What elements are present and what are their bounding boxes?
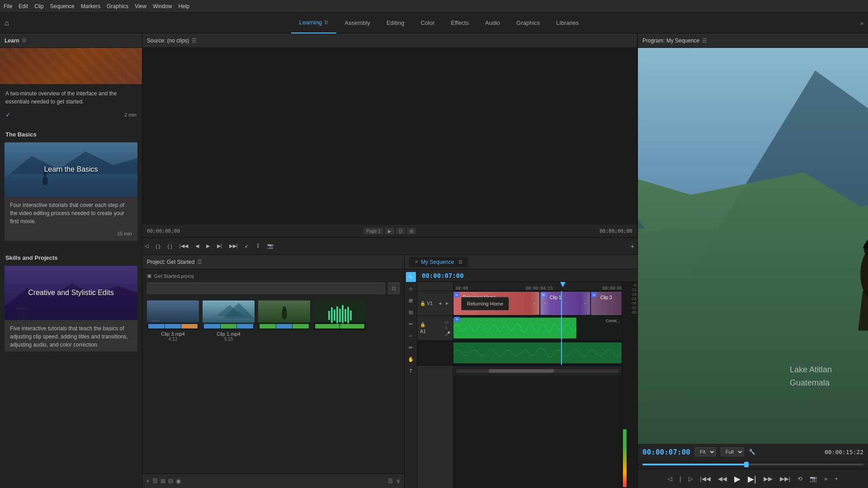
tab-assembly[interactable]: Assembly [336,13,378,33]
tab-color[interactable]: Color [412,13,443,33]
zoom-btn[interactable]: ⊞ [407,228,416,235]
media-item-clip3[interactable]: Clip 3.mp4 4:12 [147,300,199,342]
tab-libraries[interactable]: Libraries [548,13,587,33]
timeline-tab-menu-icon[interactable]: ☰ [458,259,462,264]
menu-file[interactable]: File [4,3,12,9]
source-play-btn[interactable]: ▶ [204,242,212,250]
v1-lock-icon[interactable]: 🔒 [420,301,425,306]
menu-clip[interactable]: Clip [34,3,44,9]
learn-panel-menu-icon[interactable]: ☰ [22,38,26,43]
source-go-in-btn[interactable]: |◀◀ [177,242,190,250]
hand-tool-btn[interactable]: ✋ [406,354,416,364]
program-playbar[interactable] [638,460,868,469]
razor-tool-btn[interactable]: ✂ [406,319,416,329]
pen-tool-btn[interactable]: ✏ [406,343,416,352]
source-add-btn[interactable]: + [631,243,634,250]
fit-btn[interactable]: ⊡ [396,228,405,235]
source-go-out-btn[interactable]: ▶▶| [227,242,240,250]
prog-add-marker-btn[interactable]: | [677,474,684,484]
r-track[interactable] [453,341,622,366]
source-step-back-btn[interactable]: ◀ [193,242,201,250]
project-sort-btn[interactable]: ◉ [176,478,181,484]
tab-audio[interactable]: Audio [477,13,508,33]
v1-next-btn[interactable]: ▶ [444,300,450,306]
clip-clip1[interactable]: fx Clip 1 × × [540,292,590,315]
tab-learning[interactable]: Learning ☰ [291,13,337,33]
timeline-scrollbar-thumb[interactable] [489,369,554,373]
menu-edit[interactable]: Edit [19,3,28,9]
slip-tool-btn[interactable]: ↔ [406,331,416,341]
selection-tool-btn[interactable]: ↖ [406,272,416,282]
project-list-view-btn[interactable]: ☰ [152,478,158,484]
source-monitor-menu-icon[interactable]: ☰ [192,38,197,44]
menu-help[interactable]: Help [179,3,190,9]
project-icon-view-btn[interactable]: ⊞ [160,478,165,484]
prog-step-fwd-btn[interactable]: ▶▶ [761,474,775,484]
tab-graphics[interactable]: Graphics [508,13,548,33]
program-monitor-menu-icon[interactable]: ☰ [702,38,707,44]
source-mark-out-btn[interactable]: { } [153,242,162,250]
v1-track[interactable]: fx Returning Home × fx Clip 1 [453,291,622,316]
menu-graphics[interactable]: Graphics [107,3,128,9]
wrench-icon[interactable]: 🔧 [749,449,755,455]
project-close-btn[interactable]: ∨ [396,478,401,484]
a1-track[interactable]: fx Const... [453,316,622,341]
prog-go-end-btn[interactable]: ▶▶| [777,474,793,484]
clip-clip3[interactable]: fx Clip 3 [591,292,622,315]
prog-add-btn[interactable]: + [832,474,841,484]
a1-lock-icon[interactable]: 🔒 [420,322,425,327]
tab-editing[interactable]: Editing [378,13,413,33]
menu-markers[interactable]: Markers [81,3,100,9]
project-search-input[interactable] [147,282,385,294]
timeline-tab[interactable]: ✕ My Sequence ☰ [409,257,468,267]
timeline-scrollbar-track[interactable] [456,369,619,373]
tab-learning-menu-icon[interactable]: ☰ [324,20,328,25]
source-mark-in-btn[interactable]: ◁ [142,242,151,250]
prog-more-btn[interactable]: » [821,474,830,484]
type-tool-btn[interactable]: T [406,366,416,376]
timeline-scroll-bar[interactable] [453,366,622,375]
prog-mark-out-btn[interactable]: ▷ [686,474,696,484]
quality-dropdown[interactable]: Full [721,447,744,456]
page-label[interactable]: Page 1 [363,228,383,235]
playbar-marker[interactable] [744,462,749,467]
tracks-timeline[interactable]: 00:00 00:00:04:23 00:00:09:23 00:00:14:2… [453,282,622,488]
nav-more-button[interactable]: » [860,19,863,27]
project-new-item-btn[interactable]: + [146,478,150,484]
learn-basics-card[interactable]: Learn the Basics Four interactive tutori… [5,142,137,241]
timeline-close-icon[interactable]: ✕ [415,259,418,264]
source-insert-btn[interactable]: ↙ [242,242,251,250]
prog-camera-btn[interactable]: 📷 [807,474,820,484]
prog-loop-btn[interactable]: ⟲ [795,474,805,484]
learn-intro-thumbnail[interactable] [0,48,142,84]
project-icon-btn[interactable]: ⊡ [388,282,400,294]
project-freeform-btn[interactable]: ⊟ [168,478,173,484]
prog-mark-in-btn[interactable]: ◁ [665,474,675,484]
source-overwrite-btn[interactable]: ↧ [254,242,262,250]
fit-dropdown[interactable]: Fit [695,447,716,456]
project-panel-menu-icon[interactable]: ☰ [197,259,202,265]
edit-tool-btn[interactable]: ⊹ [406,284,416,294]
prog-play-fwd-btn[interactable]: ▶| [745,472,759,486]
source-export-btn[interactable]: 📷 [265,242,276,250]
creative-edits-card[interactable]: Creative and Stylistic Edits Five intera… [5,266,137,352]
project-settings-btn[interactable]: ☰ [388,478,393,484]
prog-play-btn[interactable]: ▶ [731,472,743,486]
page-next-btn[interactable]: ▶ [385,228,394,235]
source-step-fwd-btn[interactable]: ▶| [215,242,224,250]
media-item-audio[interactable] [314,300,366,342]
ripple-tool-btn[interactable]: ⊞ [406,296,416,305]
source-mark-out-btn2[interactable]: { } [165,242,174,250]
menu-sequence[interactable]: Sequence [50,3,75,9]
media-item-person[interactable] [258,300,310,342]
prog-step-back-btn[interactable]: ◀◀ [715,474,730,484]
v1-prev-btn[interactable]: ◀ [437,300,443,306]
rate-stretch-btn[interactable]: ⊟ [406,307,416,317]
playbar-track[interactable] [642,464,863,465]
prog-go-start-btn[interactable]: |◀◀ [698,474,713,484]
home-button[interactable]: ⌂ [5,19,9,27]
tab-effects[interactable]: Effects [443,13,477,33]
menu-view[interactable]: View [135,3,146,9]
media-item-clip1[interactable]: Clip 1.mp4 5:15 [203,300,255,342]
menu-window[interactable]: Window [153,3,172,9]
